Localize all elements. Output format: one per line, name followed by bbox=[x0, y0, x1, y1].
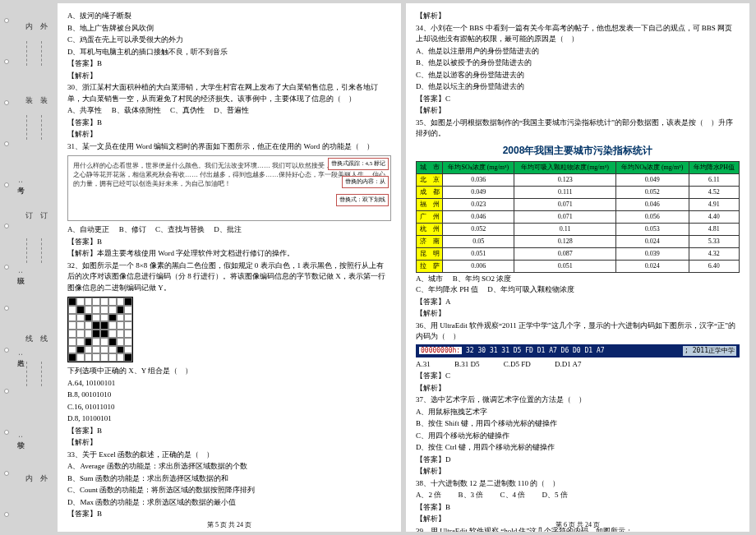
q32-stem: 32、如图所示是一个 8×8 像素的黑白二色位图，假如规定 0 表示白色，1 表… bbox=[67, 261, 391, 294]
q34-c: C、他是以游客的身份登陆进去的 bbox=[416, 70, 740, 81]
q31-answer: 【答案】B bbox=[67, 237, 391, 248]
cell: 0.052 bbox=[615, 186, 689, 198]
cell: 5.33 bbox=[689, 235, 739, 247]
cell: 4.81 bbox=[689, 223, 739, 235]
cell: 6.40 bbox=[689, 260, 739, 272]
dash bbox=[41, 238, 42, 263]
cell: 0.071 bbox=[514, 198, 616, 210]
q36-answer: 【答案】C bbox=[416, 371, 740, 382]
page-6: 【解析】 34、小刘在一个 BBS 中看到一篇有关今年高考的帖子，他也想发表一下… bbox=[406, 3, 749, 532]
hole bbox=[4, 265, 9, 270]
q38-stem: 38、十六进制数 12 是二进制数 110 的（ ） bbox=[416, 478, 740, 490]
cell: 福 州 bbox=[417, 198, 443, 210]
cell: 0.056 bbox=[615, 210, 689, 223]
q37-d: D、按住 Ctrl 键，用四个移动光标的键操作 bbox=[416, 442, 740, 454]
cell: 拉 萨 bbox=[417, 260, 443, 272]
col-header: 年均NO₂浓度 (mg/m³) bbox=[615, 161, 689, 173]
q35-stem: 35、如图是小明根据数据制作的“我国主要城市污染指标统计”的部分数据图，该表是按… bbox=[416, 118, 740, 140]
q36-explain: 【解析】 bbox=[416, 383, 740, 394]
q30-opts: A、共享性 B、载体依附性 C、真伪性 D、普遍性 bbox=[67, 105, 391, 117]
hex-ascii: ; 2011正学中学 bbox=[683, 346, 736, 356]
table-row: 广 州0.0460.0710.0564.40 bbox=[417, 210, 740, 223]
cell: 成 都 bbox=[417, 186, 443, 198]
binding-gutter: 外 内 装 装 订 订 考号: 班级: 线 线 姓名: 学校: 外 内 bbox=[0, 0, 58, 535]
table-row: 成 都0.0490.1110.0524.52 bbox=[417, 186, 740, 198]
cell: 0.087 bbox=[514, 247, 616, 260]
cell: 0.024 bbox=[615, 235, 689, 247]
q34-answer: 【答案】C bbox=[416, 94, 740, 105]
hole bbox=[4, 389, 9, 394]
table-row: 福 州0.0230.0710.0464.91 bbox=[417, 198, 740, 210]
cell: 0.123 bbox=[514, 173, 616, 186]
cell: 0.024 bbox=[615, 260, 689, 272]
q30-explain: 【解析】 bbox=[67, 129, 391, 141]
binding-holes bbox=[3, 0, 10, 535]
q30-d: D、普遍性 bbox=[214, 106, 249, 114]
cell: 北 京 bbox=[417, 173, 443, 186]
cell: 0.11 bbox=[514, 223, 616, 235]
q30-b: B、载体依附性 bbox=[112, 106, 161, 114]
col-header: 年均可吸入颗粒物浓度(mg/m³) bbox=[514, 161, 616, 173]
q30-c: C、真伪性 bbox=[170, 106, 205, 114]
q35-a: A、城市 bbox=[416, 274, 444, 283]
pollution-table: 城 市年均SO₂浓度 (mg/m³)年均可吸入颗粒物浓度(mg/m³)年均NO₂… bbox=[416, 161, 740, 273]
q32-d: D.8, 10100101 bbox=[67, 413, 391, 425]
q35-d: D、年均可吸入颗粒物浓度 bbox=[487, 285, 574, 293]
q34-a: A、他是以注册用户的身份登陆进去的 bbox=[416, 46, 740, 58]
page6-footer: 第 6 页 共 24 页 bbox=[406, 520, 749, 530]
hole bbox=[4, 224, 9, 228]
table-row: 拉 萨0.0060.0510.0246.40 bbox=[417, 260, 740, 272]
cell: 0.049 bbox=[615, 173, 689, 186]
q35-c: C、年均降水 PH 值 bbox=[416, 285, 478, 293]
q36-a: A.31 bbox=[416, 360, 431, 368]
dash bbox=[41, 362, 42, 386]
q32-c: C.16, 01011010 bbox=[67, 402, 391, 413]
q29-opt-b: B、地上广告牌被台风吹倒 bbox=[67, 23, 391, 35]
hex-bytes: 32 30 31 31 D5 FD D1 A7 D6 D0 D1 A7 bbox=[466, 347, 605, 354]
cell: 0.128 bbox=[514, 235, 616, 247]
cell: 0.05 bbox=[443, 235, 514, 247]
page-5: A、拔河的绳子断裂 B、地上广告牌被台风吹倒 C、鸡蛋在壳上可以承受很大的外力 … bbox=[58, 3, 401, 532]
hole bbox=[4, 306, 9, 311]
hole bbox=[4, 18, 9, 23]
q33-b: B、Sum 函数的功能是：求出所选择区域数据的和 bbox=[67, 473, 391, 485]
cell: 4.40 bbox=[689, 210, 739, 223]
hole bbox=[4, 471, 9, 476]
cell: 昆 明 bbox=[417, 247, 443, 260]
pollution-chart-title: 2008年我国主要城市污染指标统计 bbox=[416, 143, 740, 158]
q36-b: B.31 D5 bbox=[454, 360, 480, 368]
callout-2: 替换的内容：从 bbox=[342, 176, 389, 188]
workspace: 外 内 装 装 订 订 考号: 班级: 线 线 姓名: 学校: 外 内 A bbox=[0, 0, 756, 535]
hole bbox=[4, 512, 9, 517]
q38-answer: 【答案】B bbox=[416, 502, 740, 514]
hex-addr: 00000000h: bbox=[419, 347, 462, 354]
q31-figure: 用什么样的心态看世界，世界便是什么颜色。我们无法改变环境…… 我们可以欣然接受，… bbox=[67, 155, 391, 221]
q38-d: D、5 倍 bbox=[542, 491, 568, 499]
hole bbox=[4, 430, 9, 435]
pages: A、拔河的绳子断裂 B、地上广告牌被台风吹倒 C、鸡蛋在壳上可以承受很大的外力 … bbox=[58, 0, 756, 535]
label-school: 学校: bbox=[15, 436, 26, 438]
q31-a: A、自动更正 bbox=[67, 225, 110, 233]
q35-explain: 【解析】 bbox=[416, 308, 740, 320]
cell: 0.039 bbox=[615, 247, 689, 260]
q33-explain: 【解析】 bbox=[416, 11, 740, 22]
q35-b: B、年均 SO2 浓度 bbox=[453, 274, 512, 283]
q37-b: B、按住 Shift 键，用四个移动光标的键操作 bbox=[416, 418, 740, 430]
q31-d: D、批注 bbox=[214, 225, 242, 233]
page5-footer: 第 5 页 共 24 页 bbox=[58, 520, 401, 530]
dash bbox=[26, 41, 27, 66]
q30-a: A、共享性 bbox=[67, 106, 103, 114]
q33-a: A、Average 函数的功能是：求出所选择区域数据的个数 bbox=[67, 461, 391, 473]
cell: 0.006 bbox=[443, 260, 514, 272]
q37-answer: 【答案】D bbox=[416, 454, 740, 466]
q36-opts: A.31 B.31 D5 C.D5 FD D.D1 A7 bbox=[416, 359, 740, 371]
q31-stem: 31、某一文员在使用 Word 编辑文档时的界面如下图所示，他正在使用的 Wor… bbox=[67, 141, 391, 153]
pixel-grid bbox=[67, 297, 133, 362]
cell: 0.051 bbox=[514, 260, 616, 272]
dash bbox=[26, 362, 27, 386]
cell: 0.071 bbox=[514, 210, 616, 223]
label-banji: 班级: bbox=[15, 271, 26, 274]
q32-b: B.8, 00101010 bbox=[67, 390, 391, 401]
q29-answer: 【答案】B bbox=[67, 58, 391, 70]
cell: 济 南 bbox=[417, 235, 443, 247]
